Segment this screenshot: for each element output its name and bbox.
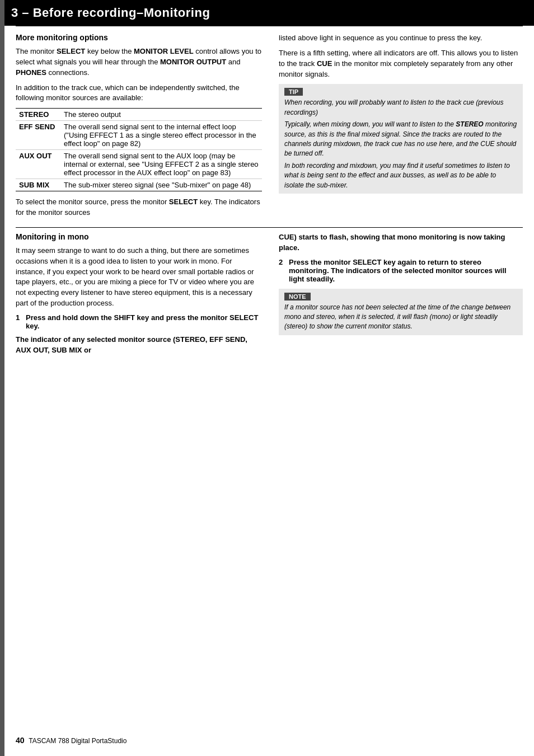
tip-label: TIP — [284, 88, 303, 96]
step-2: 2 Press the monitor SELECT key again to … — [279, 258, 523, 283]
table-cell-key: EFF SEND — [16, 121, 60, 150]
table-cell-value: The sub-mixer stereo signal (see "Sub-mi… — [60, 179, 262, 191]
page-header: 3 – Before recording–Monitoring — [0, 0, 534, 26]
more-monitoring-left: More monitoring options The monitor SELE… — [16, 33, 273, 223]
page-footer: 40 TASCAM 788 Digital PortaStudio — [16, 736, 127, 745]
table-cell-value: The overall send signal sent to the inte… — [60, 121, 262, 150]
note-box: NOTE If a monitor source has not been se… — [279, 289, 523, 335]
table-cell-value: The overall send signal sent to the AUX … — [60, 150, 262, 179]
tip-para2: Typically, when mixing down, you will wa… — [284, 120, 517, 159]
table-cell-key: SUB MIX — [16, 179, 60, 191]
step-1-row: 1 Press and hold down the SHIFT key and … — [16, 313, 262, 330]
mono-right-step1-cont: CUE) starts to flash, showing that mono … — [279, 232, 523, 253]
table-row: EFF SEND The overall send signal sent to… — [16, 121, 262, 150]
mono-para1: It may seem strange to want to do such a… — [16, 246, 262, 309]
footer-page-number: 40 — [16, 736, 25, 745]
step-2-text: Press the monitor SELECT key again to re… — [289, 258, 523, 283]
right-para1: listed above light in sequence as you co… — [279, 33, 523, 44]
footer-title: TASCAM 788 Digital PortaStudio — [29, 737, 127, 745]
more-monitoring-para2: In addition to the track cue, which can … — [16, 83, 262, 104]
page: 3 – Before recording–Monitoring More mon… — [0, 0, 534, 756]
page-title: 3 – Before recording–Monitoring — [11, 6, 523, 20]
table-cell-key: STEREO — [16, 109, 60, 121]
right-para2: There is a fifth setting, where all indi… — [279, 48, 523, 80]
step-1-text: Press and hold down the SHIFT key and pr… — [26, 313, 262, 330]
more-monitoring-section: More monitoring options The monitor SELE… — [16, 33, 523, 223]
note-text: If a monitor source has not been selecte… — [284, 303, 517, 332]
table-cell-key: AUX OUT — [16, 150, 60, 179]
more-monitoring-title: More monitoring options — [16, 33, 262, 42]
step-2-number: 2 — [279, 258, 287, 283]
table-row: SUB MIX The sub-mixer stereo signal (see… — [16, 179, 262, 191]
mono-right: CUE) starts to flash, showing that mono … — [273, 232, 523, 335]
step-1-subtext: The indicator of any selected monitor so… — [16, 335, 262, 356]
monitor-sources-table: STEREO The stereo output EFF SEND The ov… — [16, 108, 262, 191]
more-monitoring-para1: The monitor SELECT key below the MONITOR… — [16, 46, 262, 78]
tip-box: TIP When recording, you will probably wa… — [279, 84, 523, 194]
more-monitoring-para3: To select the monitor source, press the … — [16, 197, 262, 218]
note-label: NOTE — [284, 293, 311, 300]
tip-para3: In both recording and mixdown, you may f… — [284, 161, 517, 190]
top-divider — [16, 26, 523, 26]
table-row: STEREO The stereo output — [16, 109, 262, 121]
monitoring-mono-title: Monitoring in mono — [16, 232, 262, 241]
more-monitoring-right: listed above light in sequence as you co… — [273, 33, 523, 199]
table-row: AUX OUT The overall send signal sent to … — [16, 150, 262, 179]
left-accent-bar — [0, 0, 4, 756]
step-1: 1 Press and hold down the SHIFT key and … — [16, 313, 262, 356]
tip-para1: When recording, you will probably want t… — [284, 98, 517, 118]
table-cell-value: The stereo output — [60, 109, 262, 121]
mono-left: Monitoring in mono It may seem strange t… — [16, 232, 273, 361]
step-2-row: 2 Press the monitor SELECT key again to … — [279, 258, 523, 283]
monitoring-mono-section: Monitoring in mono It may seem strange t… — [16, 232, 523, 361]
step-1-number: 1 — [16, 313, 24, 330]
mono-section-divider — [16, 227, 523, 228]
